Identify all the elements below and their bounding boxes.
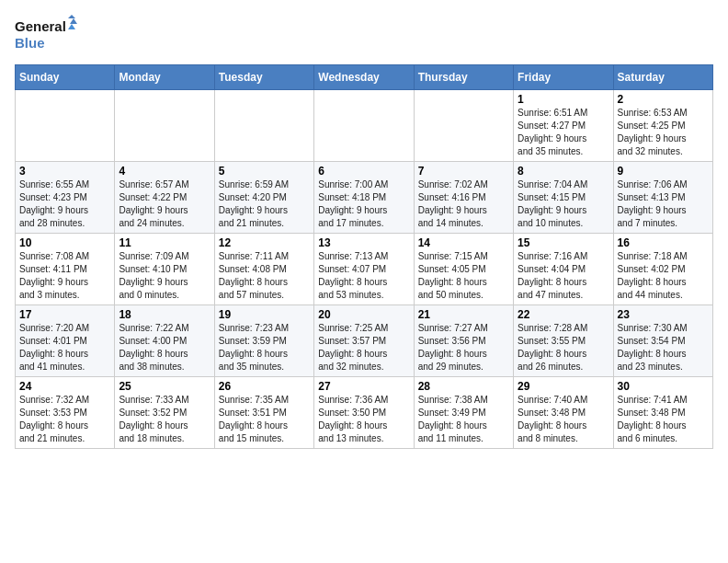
svg-marker-3 <box>70 18 77 24</box>
day-number: 16 <box>618 236 709 249</box>
calendar-cell: 18Sunrise: 7:22 AM Sunset: 4:00 PM Dayli… <box>115 305 214 377</box>
day-info: Sunrise: 7:16 AM Sunset: 4:04 PM Dayligh… <box>518 250 609 302</box>
day-number: 20 <box>318 308 409 321</box>
day-info: Sunrise: 6:57 AM Sunset: 4:22 PM Dayligh… <box>119 178 210 230</box>
day-info: Sunrise: 7:25 AM Sunset: 3:57 PM Dayligh… <box>318 322 409 373</box>
calendar-cell: 12Sunrise: 7:11 AM Sunset: 4:08 PM Dayli… <box>214 234 313 305</box>
day-number: 7 <box>418 165 509 178</box>
calendar-cell: 25Sunrise: 7:33 AM Sunset: 3:52 PM Dayli… <box>115 377 214 449</box>
day-number: 14 <box>418 236 509 249</box>
calendar-cell: 27Sunrise: 7:36 AM Sunset: 3:50 PM Dayli… <box>314 377 414 449</box>
calendar-cell: 15Sunrise: 7:16 AM Sunset: 4:04 PM Dayli… <box>514 234 613 305</box>
day-info: Sunrise: 7:11 AM Sunset: 4:08 PM Dayligh… <box>219 250 310 302</box>
logo-svg: General Blue <box>15 15 79 55</box>
svg-marker-4 <box>68 24 75 29</box>
day-info: Sunrise: 7:35 AM Sunset: 3:51 PM Dayligh… <box>219 394 310 445</box>
calendar-cell: 19Sunrise: 7:23 AM Sunset: 3:59 PM Dayli… <box>214 305 313 377</box>
day-info: Sunrise: 7:28 AM Sunset: 3:55 PM Dayligh… <box>518 322 609 373</box>
calendar-week-row: 3Sunrise: 6:55 AM Sunset: 4:23 PM Daylig… <box>16 162 713 234</box>
day-info: Sunrise: 7:22 AM Sunset: 4:00 PM Dayligh… <box>119 322 210 373</box>
day-info: Sunrise: 7:09 AM Sunset: 4:10 PM Dayligh… <box>119 250 210 302</box>
calendar-cell: 2Sunrise: 6:53 AM Sunset: 4:25 PM Daylig… <box>613 90 712 162</box>
day-info: Sunrise: 7:18 AM Sunset: 4:02 PM Dayligh… <box>618 250 709 302</box>
day-of-week-header: Thursday <box>414 65 513 90</box>
day-number: 24 <box>19 380 110 393</box>
day-number: 17 <box>19 308 110 321</box>
svg-text:Blue: Blue <box>15 35 45 51</box>
day-number: 18 <box>119 308 210 321</box>
day-number: 15 <box>518 236 609 249</box>
day-info: Sunrise: 7:08 AM Sunset: 4:11 PM Dayligh… <box>19 250 110 302</box>
svg-marker-2 <box>68 15 75 18</box>
day-info: Sunrise: 7:20 AM Sunset: 4:01 PM Dayligh… <box>19 322 110 373</box>
calendar-cell: 14Sunrise: 7:15 AM Sunset: 4:05 PM Dayli… <box>414 234 513 305</box>
day-number: 9 <box>618 165 709 178</box>
day-info: Sunrise: 7:33 AM Sunset: 3:52 PM Dayligh… <box>119 394 210 445</box>
calendar-table: SundayMondayTuesdayWednesdayThursdayFrid… <box>15 64 713 449</box>
day-info: Sunrise: 6:55 AM Sunset: 4:23 PM Dayligh… <box>19 178 110 230</box>
day-of-week-header: Monday <box>115 65 214 90</box>
day-number: 1 <box>518 93 609 106</box>
calendar-cell: 26Sunrise: 7:35 AM Sunset: 3:51 PM Dayli… <box>214 377 313 449</box>
day-info: Sunrise: 6:51 AM Sunset: 4:27 PM Dayligh… <box>518 107 609 158</box>
calendar-cell: 5Sunrise: 6:59 AM Sunset: 4:20 PM Daylig… <box>214 162 313 234</box>
calendar-header-row: SundayMondayTuesdayWednesdayThursdayFrid… <box>16 65 713 90</box>
day-number: 27 <box>318 380 409 393</box>
day-number: 23 <box>618 308 709 321</box>
calendar-cell: 17Sunrise: 7:20 AM Sunset: 4:01 PM Dayli… <box>16 305 115 377</box>
calendar-cell: 29Sunrise: 7:40 AM Sunset: 3:48 PM Dayli… <box>514 377 613 449</box>
day-info: Sunrise: 7:02 AM Sunset: 4:16 PM Dayligh… <box>418 178 509 230</box>
day-info: Sunrise: 7:27 AM Sunset: 3:56 PM Dayligh… <box>418 322 509 373</box>
day-number: 12 <box>219 236 310 249</box>
day-number: 26 <box>219 380 310 393</box>
day-number: 11 <box>119 236 210 249</box>
day-number: 30 <box>618 380 709 393</box>
calendar-cell: 13Sunrise: 7:13 AM Sunset: 4:07 PM Dayli… <box>314 234 414 305</box>
day-number: 2 <box>618 93 709 106</box>
calendar-week-row: 24Sunrise: 7:32 AM Sunset: 3:53 PM Dayli… <box>16 377 713 449</box>
calendar-cell: 16Sunrise: 7:18 AM Sunset: 4:02 PM Dayli… <box>613 234 712 305</box>
day-info: Sunrise: 7:32 AM Sunset: 3:53 PM Dayligh… <box>19 394 110 445</box>
day-of-week-header: Tuesday <box>214 65 313 90</box>
day-number: 21 <box>418 308 509 321</box>
day-info: Sunrise: 7:40 AM Sunset: 3:48 PM Dayligh… <box>518 394 609 445</box>
day-info: Sunrise: 6:59 AM Sunset: 4:20 PM Dayligh… <box>219 178 310 230</box>
day-info: Sunrise: 7:36 AM Sunset: 3:50 PM Dayligh… <box>318 394 409 445</box>
calendar-cell <box>16 90 115 162</box>
day-number: 8 <box>518 165 609 178</box>
calendar-cell: 1Sunrise: 6:51 AM Sunset: 4:27 PM Daylig… <box>514 90 613 162</box>
day-number: 10 <box>19 236 110 249</box>
calendar-cell: 28Sunrise: 7:38 AM Sunset: 3:49 PM Dayli… <box>414 377 513 449</box>
calendar-week-row: 1Sunrise: 6:51 AM Sunset: 4:27 PM Daylig… <box>16 90 713 162</box>
calendar-cell: 7Sunrise: 7:02 AM Sunset: 4:16 PM Daylig… <box>414 162 513 234</box>
calendar-cell: 3Sunrise: 6:55 AM Sunset: 4:23 PM Daylig… <box>16 162 115 234</box>
day-number: 28 <box>418 380 509 393</box>
calendar-cell: 8Sunrise: 7:04 AM Sunset: 4:15 PM Daylig… <box>514 162 613 234</box>
day-info: Sunrise: 7:04 AM Sunset: 4:15 PM Dayligh… <box>518 178 609 230</box>
day-info: Sunrise: 7:13 AM Sunset: 4:07 PM Dayligh… <box>318 250 409 302</box>
day-info: Sunrise: 7:15 AM Sunset: 4:05 PM Dayligh… <box>418 250 509 302</box>
day-of-week-header: Saturday <box>613 65 712 90</box>
calendar-cell: 21Sunrise: 7:27 AM Sunset: 3:56 PM Dayli… <box>414 305 513 377</box>
calendar-cell: 10Sunrise: 7:08 AM Sunset: 4:11 PM Dayli… <box>16 234 115 305</box>
calendar-week-row: 10Sunrise: 7:08 AM Sunset: 4:11 PM Dayli… <box>16 234 713 305</box>
day-number: 3 <box>19 165 110 178</box>
svg-text:General: General <box>15 18 66 34</box>
calendar-cell <box>314 90 414 162</box>
day-of-week-header: Sunday <box>16 65 115 90</box>
day-number: 22 <box>518 308 609 321</box>
calendar-cell <box>414 90 513 162</box>
day-number: 25 <box>119 380 210 393</box>
page-header: General Blue <box>15 15 713 55</box>
day-number: 4 <box>119 165 210 178</box>
day-info: Sunrise: 7:23 AM Sunset: 3:59 PM Dayligh… <box>219 322 310 373</box>
day-number: 6 <box>318 165 409 178</box>
calendar-cell <box>115 90 214 162</box>
day-info: Sunrise: 7:30 AM Sunset: 3:54 PM Dayligh… <box>618 322 709 373</box>
calendar-cell: 24Sunrise: 7:32 AM Sunset: 3:53 PM Dayli… <box>16 377 115 449</box>
day-info: Sunrise: 7:06 AM Sunset: 4:13 PM Dayligh… <box>618 178 709 230</box>
calendar-cell: 22Sunrise: 7:28 AM Sunset: 3:55 PM Dayli… <box>514 305 613 377</box>
calendar-cell: 11Sunrise: 7:09 AM Sunset: 4:10 PM Dayli… <box>115 234 214 305</box>
calendar-cell: 30Sunrise: 7:41 AM Sunset: 3:48 PM Dayli… <box>613 377 712 449</box>
day-of-week-header: Friday <box>514 65 613 90</box>
